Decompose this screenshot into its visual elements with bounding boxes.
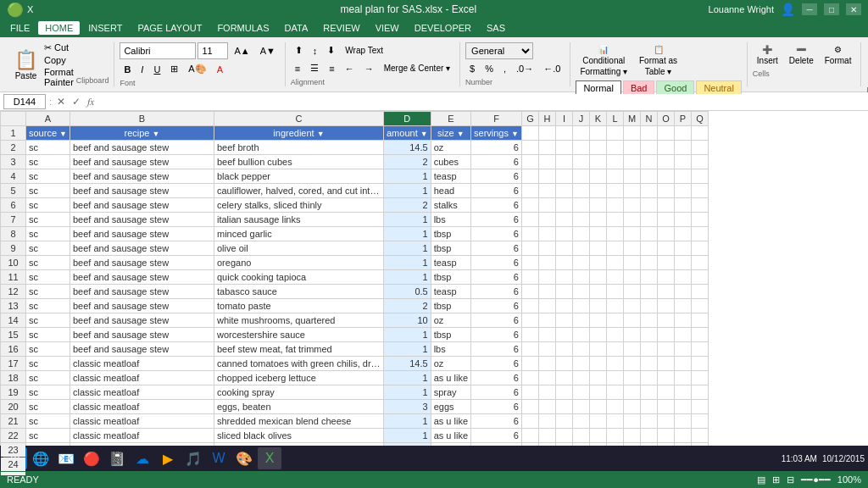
cell-I[interactable] [555,155,572,169]
cell-K[interactable] [589,371,606,385]
cell-reference-box[interactable] [3,94,46,109]
cell-M[interactable] [623,198,640,213]
cell-size[interactable]: oz [431,313,470,328]
cell-size[interactable]: as u like [431,414,470,429]
conditional-format-btn[interactable]: 📊ConditionalFormatting ▾ [576,42,632,79]
row-num-3[interactable]: 3 [1,155,26,169]
cell-servings[interactable]: 6 [471,270,522,285]
cell-H[interactable] [538,141,555,155]
cell-servings[interactable]: 6 [471,357,522,371]
cell-M[interactable] [623,299,640,313]
row-num-25[interactable]: 25 [1,472,26,476]
decrease-indent-btn[interactable]: ← [341,61,359,76]
cell-N[interactable] [640,198,657,213]
cell-N[interactable] [640,429,657,443]
cell-ingredient[interactable]: sliced black olives [214,429,384,443]
cell-servings[interactable]: 6 [471,141,522,155]
cell-J[interactable] [572,241,589,256]
cell-ingredient[interactable]: celery stalks, sliced thinly [214,198,384,213]
cell-O[interactable] [657,270,674,285]
cell-servings[interactable]: 6 [471,371,522,385]
cell-recipe[interactable]: beef and sausage stew [70,256,214,270]
cell-amount[interactable]: 1 [384,414,431,429]
header-recipe[interactable]: recipe ▼ [70,126,214,141]
cell-I[interactable] [555,198,572,213]
cell-servings[interactable]: 6 [471,213,522,227]
cell-P[interactable] [674,342,691,357]
cell-P[interactable] [674,357,691,371]
cell-source[interactable]: sc [26,371,70,385]
cell-G[interactable] [521,357,538,371]
cell-K[interactable] [589,285,606,299]
cell-H[interactable] [538,385,555,400]
cell-source[interactable]: sc [26,141,70,155]
cell-recipe[interactable]: beef and sausage stew [70,285,214,299]
cell-O[interactable] [657,313,674,328]
menu-review[interactable]: REVIEW [316,21,366,35]
cell-Q[interactable] [691,357,708,371]
cell-M[interactable] [623,213,640,227]
cell-G[interactable] [521,400,538,414]
cell-L[interactable] [606,155,623,169]
cell-I[interactable] [555,227,572,241]
cell-H[interactable] [538,313,555,328]
underline-btn[interactable]: U [149,62,164,77]
sheet-table-wrapper[interactable]: A B C D E F G H I J K L M N O P Q [0,111,868,475]
cell-M[interactable] [623,241,640,256]
row-num-11[interactable]: 11 [1,270,26,285]
wrap-text-btn[interactable]: Wrap Text [341,43,387,58]
cell-P[interactable] [674,400,691,414]
cell-size[interactable]: lbs [431,213,470,227]
cell-M[interactable] [623,256,640,270]
cell-size[interactable]: tbsp [431,227,470,241]
cell-source[interactable]: sc [26,227,70,241]
cell-I[interactable] [555,313,572,328]
copy-button[interactable]: Copy [44,55,74,65]
cell-O[interactable] [657,241,674,256]
cell-amount[interactable]: 1 [384,241,431,256]
align-middle-btn[interactable]: ↕ [309,43,322,58]
cell-amount[interactable]: 0.5 [384,285,431,299]
cell-G[interactable] [521,414,538,429]
row-num-18[interactable]: 18 [1,371,26,385]
row-num-10[interactable]: 10 [1,256,26,270]
italic-btn[interactable]: I [136,62,147,77]
cell-K[interactable] [589,357,606,371]
cell-N[interactable] [640,227,657,241]
cell-I[interactable] [555,299,572,313]
decrease-font-btn[interactable]: A▼ [256,43,280,58]
cell-amount[interactable]: 10 [384,313,431,328]
cell-L[interactable] [606,342,623,357]
header-servings[interactable]: servings ▼ [471,126,522,141]
cell-J[interactable] [572,184,589,198]
bold-btn[interactable]: B [120,62,135,77]
cell-I[interactable] [555,270,572,285]
cell-size[interactable]: lbs [431,342,470,357]
row-num-16[interactable]: 16 [1,342,26,357]
cell-L[interactable] [606,414,623,429]
cell-M[interactable] [623,328,640,342]
cell-recipe[interactable]: classic meatloaf [70,371,214,385]
cell-H[interactable] [538,270,555,285]
col-header-O[interactable]: O [657,112,674,126]
col-header-K[interactable]: K [589,112,606,126]
cell-Q[interactable] [691,299,708,313]
cell-J[interactable] [572,169,589,184]
cell-G[interactable] [521,429,538,443]
delete-cells-btn[interactable]: ➖Delete [785,42,818,68]
cell-P[interactable] [674,414,691,429]
header-amount[interactable]: amount ▼ [384,126,431,141]
cell-Q[interactable] [691,213,708,227]
col-header-J[interactable]: J [572,112,589,126]
cell-Q[interactable] [691,241,708,256]
col-header-M[interactable]: M [623,112,640,126]
cell-amount[interactable]: 1 [384,328,431,342]
cell-H[interactable] [538,299,555,313]
cell-P[interactable] [674,371,691,385]
cell-M[interactable] [623,155,640,169]
cell-I[interactable] [555,285,572,299]
cell-K[interactable] [589,256,606,270]
cell-H[interactable] [538,328,555,342]
cell-recipe[interactable]: beef and sausage stew [70,241,214,256]
cell-servings[interactable]: 6 [471,299,522,313]
